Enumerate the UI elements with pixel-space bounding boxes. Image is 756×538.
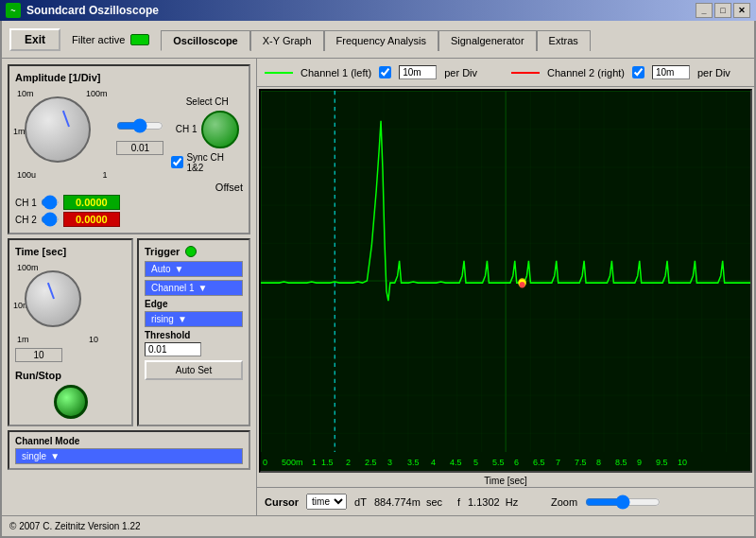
auto-set-button[interactable]: Auto Set: [145, 360, 243, 380]
svg-text:4.5: 4.5: [450, 458, 462, 467]
copyright-text: © 2007 C. Zeitnitz Version 1.22: [9, 521, 141, 531]
amplitude-knob-indicator: [62, 111, 70, 128]
offset-ch1-slider[interactable]: [41, 195, 60, 210]
channel-bar: Channel 1 (left) per Div Channel 2 (righ…: [257, 59, 754, 87]
filter-led: [130, 34, 149, 45]
ch1-row: CH 1: [176, 111, 239, 148]
svg-text:8.5: 8.5: [615, 458, 627, 467]
svg-text:7: 7: [556, 458, 560, 467]
run-stop-btn-area: [15, 385, 126, 419]
trigger-header: Trigger: [145, 246, 243, 257]
ch1-line: [265, 72, 293, 74]
bottom-bar: Cursor time dT 884.774m sec f 1.1302 Hz …: [257, 487, 754, 515]
threshold-input[interactable]: [145, 342, 201, 356]
channel-mode-label: single: [22, 451, 46, 461]
threshold-title: Threshold: [145, 330, 243, 340]
amplitude-title: Amplitude [1/Div]: [15, 72, 243, 83]
exit-button[interactable]: Exit: [9, 28, 60, 51]
oscilloscope-display[interactable]: 0 500m 1 1.5 2 2.5 3 3.5 4 4.5 5 5.5 6 6…: [259, 89, 752, 473]
svg-text:5: 5: [473, 458, 478, 467]
ch1-per-div-input[interactable]: [399, 65, 437, 79]
close-button[interactable]: ✕: [733, 3, 750, 18]
time-knob-indicator: [47, 283, 55, 300]
trigger-led: [185, 246, 197, 257]
trigger-channel-label: Channel 1: [151, 283, 195, 293]
tab-oscilloscope[interactable]: Oscilloscope: [161, 30, 249, 51]
minimize-button[interactable]: _: [696, 3, 713, 18]
ch2-per-div-input[interactable]: [652, 65, 690, 79]
tab-xy-graph[interactable]: X-Y Graph: [250, 30, 324, 51]
top-toolbar: Exit Filter active Oscilloscope X-Y Grap…: [2, 21, 754, 59]
trigger-channel-arrow: ▼: [198, 283, 208, 293]
offset-ch2-slider[interactable]: [41, 212, 60, 227]
svg-text:2.5: 2.5: [365, 458, 377, 467]
tab-frequency-analysis[interactable]: Frequency Analysis: [324, 30, 438, 51]
select-ch-area: Select CH CH 1 Sync CH 1&2: [171, 96, 243, 173]
right-area: Channel 1 (left) per Div Channel 2 (righ…: [257, 59, 754, 515]
amplitude-knob[interactable]: [25, 96, 91, 163]
amplitude-controls: 10m 100m 100u 1 1m 0.01: [15, 87, 243, 182]
ch2-checkbox[interactable]: [632, 66, 644, 78]
zoom-slider[interactable]: [585, 495, 661, 510]
time-axis-svg: 0 500m 1 1.5 2 2.5 3 3.5 4 4.5 5 5.5 6 6…: [261, 452, 750, 471]
amplitude-value: 0.01: [116, 141, 163, 155]
svg-text:3: 3: [387, 458, 392, 467]
offset-ch1-row: CH 1 0.0000: [15, 195, 243, 210]
trigger-channel-dropdown[interactable]: Channel 1 ▼: [145, 280, 243, 296]
time-knob[interactable]: [25, 270, 81, 327]
trigger-edge-label: rising: [151, 314, 174, 324]
f-value: 1.1302 Hz: [468, 496, 543, 508]
trigger-mode-arrow: ▼: [175, 264, 184, 274]
svg-text:1: 1: [312, 458, 317, 467]
offset-title: Offset: [15, 182, 243, 193]
tab-signalgenerator[interactable]: Signalgenerator: [438, 30, 537, 51]
ch1-checkbox[interactable]: [379, 66, 391, 78]
channel-mode-title: Channel Mode: [15, 436, 243, 446]
svg-text:1.5: 1.5: [321, 458, 334, 467]
run-stop-button[interactable]: [54, 385, 88, 419]
time-label-tl: 100m: [17, 263, 39, 272]
dt-value: 884.774m sec: [374, 496, 450, 508]
ch1-per-div-unit: per Div: [444, 67, 477, 78]
svg-point-7: [520, 282, 525, 287]
amp-label-tr: 100m: [86, 89, 108, 98]
channel-mode-arrow: ▼: [50, 451, 60, 461]
trigger-edge-arrow: ▼: [178, 314, 187, 324]
trigger-mode-dropdown[interactable]: Auto ▼: [145, 261, 243, 277]
run-stop-section: Run/Stop: [15, 370, 126, 419]
tabs-row: Oscilloscope X-Y Graph Frequency Analysi…: [161, 29, 591, 50]
zoom-label: Zoom: [551, 496, 577, 508]
offset-area: Offset CH 1 0.0000 CH 2 0.0000: [15, 182, 243, 227]
svg-text:10: 10: [678, 458, 687, 467]
amplitude-right: 0.01: [116, 114, 163, 155]
content-area: Amplitude [1/Div] 10m 100m 100u 1 1m: [2, 59, 754, 515]
window-controls: _ □ ✕: [696, 3, 750, 18]
time-section: Time [sec] 100m 1m 10 10m 10: [8, 238, 133, 426]
maximize-button[interactable]: □: [714, 3, 731, 18]
channel-mode-dropdown[interactable]: single ▼: [15, 448, 243, 464]
time-knob-area: 100m 1m 10 10m: [15, 261, 100, 346]
time-axis-title: Time [sec]: [257, 475, 754, 487]
copyright-bar: © 2007 C. Zeitnitz Version 1.22: [2, 515, 754, 536]
svg-text:3.5: 3.5: [407, 458, 420, 467]
amp-label-br: 1: [102, 170, 107, 180]
main-window: Exit Filter active Oscilloscope X-Y Grap…: [0, 21, 756, 538]
channel-mode-section: Channel Mode single ▼: [8, 430, 250, 470]
ch1-knob[interactable]: [201, 111, 239, 148]
edge-title: Edge: [145, 299, 243, 309]
oscilloscope-svg: [261, 91, 750, 471]
sync-checkbox[interactable]: [171, 156, 183, 168]
offset-ch1-value[interactable]: 0.0000: [63, 195, 120, 210]
ch2-per-div-unit: per Div: [697, 67, 730, 78]
svg-text:7.5: 7.5: [575, 458, 587, 467]
amplitude-slider[interactable]: [116, 116, 163, 135]
ch2-line: [511, 72, 540, 74]
tab-extras[interactable]: Extras: [537, 30, 591, 51]
offset-ch2-value[interactable]: 0.0000: [63, 212, 120, 227]
trigger-edge-dropdown[interactable]: rising ▼: [145, 311, 243, 327]
time-label-br: 10: [89, 335, 98, 344]
cursor-title: Cursor: [265, 496, 299, 508]
offset-ch2-row: CH 2 0.0000: [15, 212, 243, 227]
cursor-mode-select[interactable]: time: [306, 494, 347, 510]
trigger-section: Trigger Auto ▼ Channel 1 ▼ Edge rising: [137, 238, 250, 426]
